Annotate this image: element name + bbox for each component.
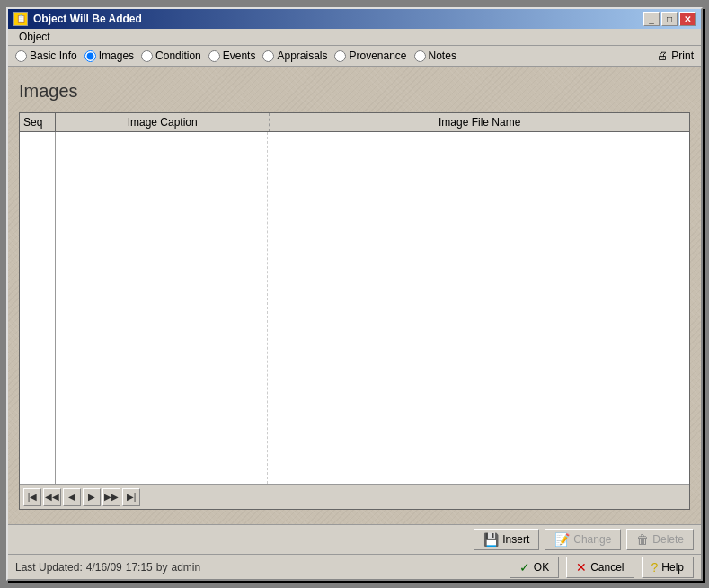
section-title: Images — [19, 81, 690, 102]
table-header: Seq Image Caption Image File Name — [20, 113, 689, 132]
radio-images[interactable] — [84, 50, 96, 62]
tab-appraisals-label: Appraisals — [277, 49, 327, 62]
col-header-caption: Image Caption — [56, 113, 270, 131]
change-button[interactable]: 📝 Change — [545, 529, 621, 550]
window-icon: 📋 — [13, 12, 28, 26]
insert-icon: 💾 — [483, 532, 499, 547]
toolbar: Basic Info Images Condition Events Appra… — [8, 46, 701, 67]
tab-images[interactable]: Images — [84, 49, 134, 62]
delete-button[interactable]: 🗑 Delete — [626, 529, 694, 550]
tab-provenance[interactable]: Provenance — [334, 49, 406, 62]
status-date: 4/16/09 — [86, 561, 122, 574]
radio-notes[interactable] — [414, 50, 426, 62]
ok-label: OK — [534, 561, 549, 574]
nav-prev-button[interactable]: ◀ — [63, 488, 81, 506]
tab-images-label: Images — [99, 49, 134, 62]
delete-label: Delete — [652, 533, 684, 546]
nav-first-button[interactable]: |◀ — [23, 488, 41, 506]
question-icon: ? — [651, 560, 659, 575]
tab-events[interactable]: Events — [208, 49, 256, 62]
delete-icon: 🗑 — [636, 532, 649, 547]
tab-appraisals[interactable]: Appraisals — [262, 49, 327, 62]
nav-prev-skip-button[interactable]: ◀◀ — [43, 488, 61, 506]
minimize-button[interactable]: _ — [643, 12, 660, 26]
insert-label: Insert — [502, 533, 529, 546]
window-title: Object Will Be Added — [33, 13, 142, 25]
content-area: Images Seq Image Caption Image File Name… — [8, 67, 701, 524]
nav-last-button[interactable]: ▶| — [122, 488, 140, 506]
status-user: admin — [171, 561, 200, 574]
tab-basic-info-label: Basic Info — [30, 49, 77, 62]
tab-notes-label: Notes — [429, 49, 456, 62]
radio-provenance[interactable] — [334, 50, 346, 62]
col-header-seq: Seq — [20, 113, 56, 131]
last-updated-label: Last Updated: — [15, 561, 83, 574]
radio-condition[interactable] — [141, 50, 153, 62]
cancel-label: Cancel — [590, 561, 624, 574]
help-button[interactable]: ? Help — [642, 557, 694, 578]
nav-next-skip-button[interactable]: ▶▶ — [102, 488, 120, 506]
check-icon: ✓ — [519, 560, 530, 575]
status-info: Last Updated: 4/16/09 17:15 by admin — [15, 561, 200, 574]
tab-notes[interactable]: Notes — [414, 49, 456, 62]
status-by-label: by — [156, 561, 168, 574]
menu-object[interactable]: Object — [15, 30, 54, 44]
x-icon: ✕ — [576, 560, 587, 575]
tab-condition-label: Condition — [155, 49, 201, 62]
title-bar: 📋 Object Will Be Added _ □ ✕ — [8, 9, 701, 29]
maximize-button[interactable]: □ — [661, 12, 678, 26]
help-label: Help — [661, 561, 684, 574]
radio-basic-info[interactable] — [15, 50, 27, 62]
images-table: Seq Image Caption Image File Name |◀ ◀◀ … — [19, 112, 690, 510]
printer-icon: 🖨 — [657, 49, 668, 62]
tab-events-label: Events — [223, 49, 256, 62]
title-controls: _ □ ✕ — [643, 12, 696, 26]
table-col-filename — [268, 132, 689, 484]
print-label: Print — [671, 49, 694, 62]
table-col-caption — [56, 132, 268, 484]
table-body — [20, 132, 689, 484]
main-window: 📋 Object Will Be Added _ □ ✕ Object Basi… — [6, 7, 703, 581]
table-nav-bar: |◀ ◀◀ ◀ ▶ ▶▶ ▶| — [20, 484, 689, 509]
insert-button[interactable]: 💾 Insert — [474, 529, 539, 550]
status-bar: Last Updated: 4/16/09 17:15 by admin ✓ O… — [8, 554, 701, 579]
radio-appraisals[interactable] — [262, 50, 274, 62]
tab-provenance-label: Provenance — [349, 49, 406, 62]
tab-basic-info[interactable]: Basic Info — [15, 49, 77, 62]
action-bar: 💾 Insert 📝 Change 🗑 Delete — [8, 524, 701, 554]
tab-condition[interactable]: Condition — [141, 49, 201, 62]
status-time: 17:15 — [126, 561, 153, 574]
cancel-button[interactable]: ✕ Cancel — [566, 557, 634, 578]
nav-next-button[interactable]: ▶ — [83, 488, 101, 506]
status-buttons: ✓ OK ✕ Cancel ? Help — [510, 557, 694, 578]
menu-bar: Object — [8, 29, 701, 46]
change-label: Change — [573, 533, 611, 546]
close-button[interactable]: ✕ — [679, 12, 696, 26]
radio-events[interactable] — [208, 50, 220, 62]
print-button[interactable]: 🖨 Print — [657, 49, 694, 62]
col-header-filename: Image File Name — [270, 113, 689, 131]
table-col-seq — [20, 132, 56, 484]
change-icon: 📝 — [554, 532, 570, 547]
ok-button[interactable]: ✓ OK — [510, 557, 559, 578]
